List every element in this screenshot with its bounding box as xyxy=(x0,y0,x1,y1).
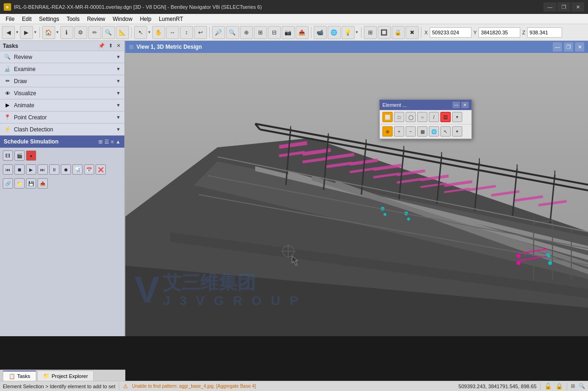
forward-dropdown-arrow[interactable]: ▼ xyxy=(33,30,37,34)
restore-button[interactable]: ❐ xyxy=(557,2,570,12)
elem-tool-arc-btn[interactable]: ◯ xyxy=(406,112,416,122)
3d-viewport[interactable]: ⊞ View 1, 3D Metric Design — ❐ ✕ xyxy=(125,41,588,336)
sim-btn-7[interactable]: 📊 xyxy=(72,164,83,175)
camera-button[interactable]: 📹 xyxy=(314,26,327,39)
elem-tool-square-btn[interactable]: ⬜ xyxy=(382,112,393,122)
task-review[interactable]: 🔍 Review ▼ xyxy=(0,51,124,63)
menu-review[interactable]: Review xyxy=(83,15,109,23)
back-dropdown-arrow[interactable]: ▼ xyxy=(15,30,19,34)
elem-tool-circle-btn[interactable]: ○ xyxy=(417,112,427,122)
elem-toolbar2-dropdown-btn[interactable]: ▼ xyxy=(452,126,462,137)
screenshot-button[interactable]: 📷 xyxy=(282,26,295,39)
info-button[interactable]: ℹ xyxy=(60,26,73,39)
elem-tool-image-btn[interactable]: 🖼 xyxy=(440,112,451,122)
cross-button[interactable]: ✖ xyxy=(406,26,419,39)
elem-tool-origin-btn[interactable]: ⊕ xyxy=(382,126,393,137)
tab-project-explorer[interactable]: 📁 Project Explorer xyxy=(37,371,94,381)
menu-edit[interactable]: Edit xyxy=(18,15,35,23)
grid-button[interactable]: ⊞ xyxy=(364,26,377,39)
z-input[interactable] xyxy=(527,27,562,38)
viewport-restore-btn[interactable]: ❐ xyxy=(564,42,573,52)
menu-tools[interactable]: Tools xyxy=(63,15,83,23)
viewport-close-btn[interactable]: ✕ xyxy=(575,42,584,52)
task-point-creator[interactable]: 📍 Point Creator ▼ xyxy=(0,111,124,124)
fit-button[interactable]: ⊞ xyxy=(254,26,267,39)
undo-button[interactable]: ↩ xyxy=(194,26,207,39)
snap-button[interactable]: 🔲 xyxy=(378,26,391,39)
sim-folder-btn[interactable]: 📁 xyxy=(14,178,25,189)
render-button[interactable]: 🌐 xyxy=(328,26,341,39)
select-button[interactable]: ↖ xyxy=(134,26,147,39)
menu-lumenrt[interactable]: LumenRT xyxy=(155,15,187,23)
home-dropdown-arrow[interactable]: ▼ xyxy=(56,30,59,34)
minimize-button[interactable]: — xyxy=(543,2,556,12)
sim-export-btn[interactable]: 📤 xyxy=(38,178,48,189)
sim-btn-8[interactable]: 📅 xyxy=(84,164,94,175)
light-dropdown-arrow[interactable]: ▼ xyxy=(355,30,359,34)
select-dropdown-arrow[interactable]: ▼ xyxy=(148,30,151,34)
task-draw[interactable]: ✏ Draw ▼ xyxy=(0,75,124,87)
export-button[interactable]: 📤 xyxy=(296,26,309,39)
elem-tool-minus-btn[interactable]: − xyxy=(406,126,416,137)
measure-button[interactable]: 📐 xyxy=(116,26,129,39)
sim-btn-4[interactable]: ⏭ xyxy=(38,164,48,175)
pin-icon[interactable]: 📌 xyxy=(97,42,106,49)
zoom-in-button[interactable]: 🔎 xyxy=(212,26,225,39)
task-clash-detection[interactable]: ⚡ Clash Detection ▼ xyxy=(0,124,124,136)
pick-button[interactable]: ✏ xyxy=(88,26,101,39)
tab-tasks[interactable]: 📋 Tasks xyxy=(3,371,36,381)
sim-record-btn[interactable]: ● xyxy=(26,150,36,161)
elem-tool-line-btn[interactable]: / xyxy=(429,112,439,122)
sim-btn-5[interactable]: ⏸ xyxy=(49,164,59,175)
lock-button[interactable]: 🔒 xyxy=(392,26,405,39)
menu-help[interactable]: Help xyxy=(136,15,155,23)
zoom-out-button[interactable]: 🔍 xyxy=(226,26,239,39)
sim-btn-9[interactable]: ❌ xyxy=(96,164,106,175)
lock-icon[interactable]: 🔓 xyxy=(544,383,552,390)
sim-btn-1[interactable]: ⏮ xyxy=(3,164,13,175)
3d-scene[interactable]: V 艾三维集团 J 3 V G R O U P Element ... — ✕ xyxy=(125,53,588,336)
y-input[interactable] xyxy=(478,27,520,38)
zoom-button[interactable]: 🔍 xyxy=(102,26,115,39)
schedule-sim-header[interactable]: Schedule Simulation ⊞ ☰ ≡ ▲ xyxy=(0,136,124,148)
rotate-button[interactable]: ↔ xyxy=(166,26,179,39)
sim-btn-3[interactable]: ▶ xyxy=(26,164,36,175)
back-button[interactable]: ◀ xyxy=(2,26,15,39)
menu-window[interactable]: Window xyxy=(109,15,136,23)
elem-tool-rect-btn[interactable]: □ xyxy=(394,112,404,122)
settings-button[interactable]: ⚙ xyxy=(74,26,87,39)
window-button[interactable]: ⊟ xyxy=(268,26,281,39)
elem-tool-globe-btn[interactable]: 🌐 xyxy=(429,126,439,137)
sim-btn-2[interactable]: ⏹ xyxy=(14,164,25,175)
viewport-minimize-btn[interactable]: — xyxy=(553,42,562,52)
elem-tool-shade-btn[interactable]: ▩ xyxy=(417,126,427,137)
elem-tool-cursor-btn[interactable]: ↖ xyxy=(440,126,451,137)
pan-button[interactable]: ✋ xyxy=(152,26,165,39)
sim-grid-icon[interactable]: ⊞ xyxy=(98,139,103,145)
elem-toolbar-dropdown-btn[interactable]: ▼ xyxy=(452,112,462,122)
element-dialog-header[interactable]: Element ... — ✕ xyxy=(380,100,472,110)
expand-icon[interactable]: ⬆ xyxy=(108,42,114,49)
light-button[interactable]: 💡 xyxy=(342,26,355,39)
x-input[interactable] xyxy=(430,27,472,38)
home-button[interactable]: 🏠 xyxy=(42,26,55,39)
task-visualize[interactable]: 👁 Visualize ▼ xyxy=(0,87,124,99)
element-dialog-minimize-btn[interactable]: — xyxy=(452,102,460,108)
sim-collapse-icon[interactable]: ▲ xyxy=(116,139,121,144)
close-button[interactable]: ✕ xyxy=(571,2,584,12)
move-button[interactable]: ↕ xyxy=(180,26,193,39)
element-dialog-close-btn[interactable]: ✕ xyxy=(461,102,469,108)
menu-file[interactable]: File xyxy=(2,15,18,23)
menu-settings[interactable]: Settings xyxy=(35,15,63,23)
task-animate[interactable]: ▶ Animate ▼ xyxy=(0,99,124,111)
unlock-icon[interactable]: 🔒 xyxy=(556,383,563,390)
sim-menu-icon[interactable]: ≡ xyxy=(111,139,114,144)
task-examine[interactable]: 🔬 Examine ▼ xyxy=(0,63,124,75)
forward-button[interactable]: ▶ xyxy=(20,26,33,39)
sim-film-btn[interactable]: 🎞 xyxy=(3,150,13,161)
close-tasks-icon[interactable]: ✕ xyxy=(116,42,122,49)
sim-film2-btn[interactable]: 🎬 xyxy=(14,150,25,161)
elem-tool-add-btn[interactable]: + xyxy=(394,126,404,137)
sim-btn-6[interactable]: ⏺ xyxy=(61,164,71,175)
sim-save-btn[interactable]: 💾 xyxy=(26,178,36,189)
